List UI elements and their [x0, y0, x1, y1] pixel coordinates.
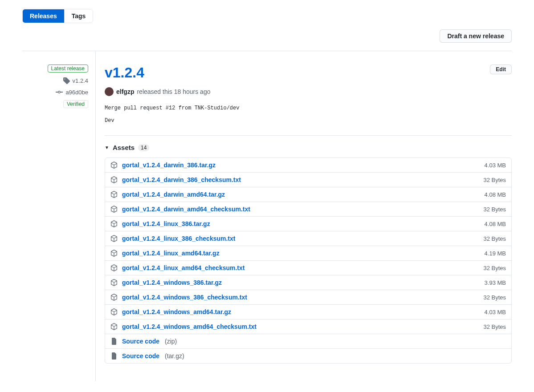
- release-body: Merge pull request #12 from TNK-Studio/d…: [105, 105, 512, 124]
- avatar[interactable]: [105, 87, 114, 96]
- asset-size: 32 Bytes: [483, 206, 506, 213]
- assets-count: 14: [138, 144, 149, 151]
- asset-link[interactable]: gortal_v1.2.4_windows_amd64_checksum.txt: [122, 323, 257, 330]
- asset-row: gortal_v1.2.4_linux_amd64_checksum.txt32…: [105, 260, 511, 275]
- release-byline: elfgzp released this 18 hours ago: [105, 87, 512, 96]
- asset-link[interactable]: gortal_v1.2.4_windows_386.tar.gz: [122, 279, 222, 286]
- asset-link[interactable]: gortal_v1.2.4_windows_386_checksum.txt: [122, 294, 247, 301]
- asset-size: 32 Bytes: [483, 265, 506, 271]
- asset-size: 4.03 MB: [485, 309, 506, 315]
- asset-size: 4.08 MB: [485, 191, 506, 198]
- edit-release-button[interactable]: Edit: [490, 65, 512, 74]
- asset-row: gortal_v1.2.4_darwin_amd64.tar.gz4.08 MB: [105, 187, 511, 202]
- package-icon: [110, 294, 118, 301]
- release-time-text: released this 18 hours ago: [137, 88, 210, 95]
- draft-release-button[interactable]: Draft a new release: [440, 29, 512, 43]
- author-link[interactable]: elfgzp: [116, 88, 134, 95]
- package-icon: [110, 308, 118, 315]
- commit-link[interactable]: a96d0be: [22, 89, 88, 96]
- asset-size: 32 Bytes: [483, 177, 506, 183]
- tag-link[interactable]: v1.2.4: [22, 77, 88, 84]
- package-icon: [110, 191, 118, 198]
- asset-size: 32 Bytes: [483, 323, 506, 330]
- divider: [105, 135, 512, 136]
- asset-size: 4.03 MB: [485, 162, 506, 169]
- asset-link[interactable]: gortal_v1.2.4_linux_amd64.tar.gz: [122, 250, 220, 257]
- package-icon: [110, 176, 118, 183]
- asset-size: 4.08 MB: [485, 221, 506, 227]
- commit-icon: [56, 89, 63, 96]
- asset-link[interactable]: Source code: [122, 352, 159, 360]
- package-icon: [110, 206, 118, 213]
- asset-row: gortal_v1.2.4_darwin_amd64_checksum.txt3…: [105, 202, 511, 216]
- file-zip-icon: [110, 338, 118, 345]
- asset-link[interactable]: gortal_v1.2.4_linux_386_checksum.txt: [122, 235, 235, 242]
- release-meta-column: Latest release v1.2.4 a96d0be Verified: [22, 51, 96, 381]
- package-icon: [110, 235, 118, 242]
- package-icon: [110, 279, 118, 286]
- package-icon: [110, 264, 118, 271]
- package-icon: [110, 250, 118, 257]
- asset-row: gortal_v1.2.4_windows_amd64.tar.gz4.03 M…: [105, 304, 511, 319]
- tab-tags[interactable]: Tags: [64, 9, 93, 23]
- package-icon: [110, 162, 118, 169]
- assets-list: gortal_v1.2.4_darwin_386.tar.gz4.03 MBgo…: [105, 158, 512, 364]
- asset-size: 32 Bytes: [483, 235, 506, 242]
- file-zip-icon: [110, 352, 118, 360]
- package-icon: [110, 323, 118, 330]
- asset-row: gortal_v1.2.4_darwin_386.tar.gz4.03 MB: [105, 158, 511, 172]
- assets-toggle[interactable]: ▼ Assets 14: [105, 144, 512, 151]
- asset-link[interactable]: gortal_v1.2.4_linux_386.tar.gz: [122, 220, 210, 227]
- asset-link[interactable]: gortal_v1.2.4_linux_amd64_checksum.txt: [122, 264, 245, 271]
- subnav-tabs: Releases Tags: [22, 9, 93, 23]
- asset-row: Source code (zip): [105, 334, 511, 348]
- latest-release-badge: Latest release: [48, 65, 88, 73]
- triangle-down-icon: ▼: [105, 145, 109, 150]
- asset-size: 4.19 MB: [485, 250, 506, 257]
- asset-link[interactable]: gortal_v1.2.4_darwin_amd64_checksum.txt: [122, 206, 250, 213]
- asset-row: gortal_v1.2.4_windows_amd64_checksum.txt…: [105, 319, 511, 334]
- verified-badge[interactable]: Verified: [63, 100, 88, 108]
- asset-link[interactable]: gortal_v1.2.4_windows_amd64.tar.gz: [122, 308, 231, 315]
- commit-sha: a96d0be: [65, 89, 88, 96]
- package-icon: [110, 220, 118, 227]
- asset-link[interactable]: Source code: [122, 338, 159, 345]
- asset-suffix: (tar.gz): [165, 352, 184, 360]
- release-title[interactable]: v1.2.4: [105, 65, 144, 81]
- asset-size: 3.93 MB: [485, 279, 506, 286]
- tag-icon: [63, 77, 70, 84]
- asset-link[interactable]: gortal_v1.2.4_darwin_386.tar.gz: [122, 162, 216, 169]
- asset-row: gortal_v1.2.4_windows_386.tar.gz3.93 MB: [105, 275, 511, 290]
- asset-row: gortal_v1.2.4_windows_386_checksum.txt32…: [105, 290, 511, 304]
- assets-label: Assets: [113, 144, 135, 151]
- asset-link[interactable]: gortal_v1.2.4_darwin_amd64.tar.gz: [122, 191, 225, 198]
- asset-row: gortal_v1.2.4_linux_amd64.tar.gz4.19 MB: [105, 246, 511, 260]
- asset-row: Source code (tar.gz): [105, 348, 511, 363]
- asset-row: gortal_v1.2.4_darwin_386_checksum.txt32 …: [105, 172, 511, 187]
- asset-link[interactable]: gortal_v1.2.4_darwin_386_checksum.txt: [122, 176, 241, 183]
- asset-size: 32 Bytes: [483, 294, 506, 301]
- tab-releases[interactable]: Releases: [23, 9, 64, 23]
- asset-suffix: (zip): [165, 338, 177, 345]
- asset-row: gortal_v1.2.4_linux_386_checksum.txt32 B…: [105, 231, 511, 246]
- asset-row: gortal_v1.2.4_linux_386.tar.gz4.08 MB: [105, 216, 511, 231]
- tag-name: v1.2.4: [73, 77, 88, 84]
